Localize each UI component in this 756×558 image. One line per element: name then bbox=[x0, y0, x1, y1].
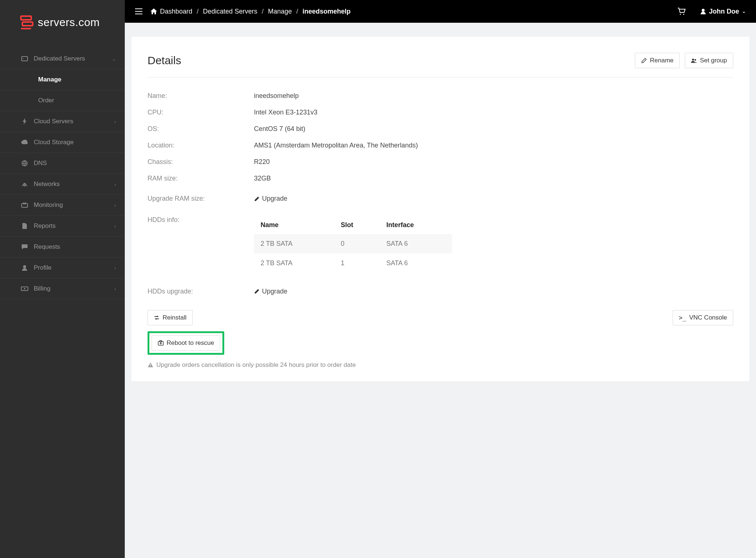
hdd-table: Name Slot Interface 2 TB SATA 0 SATA 6 2… bbox=[254, 216, 452, 273]
breadcrumb-separator: / bbox=[197, 8, 199, 15]
button-label: Rename bbox=[650, 57, 673, 64]
link-label: Upgrade bbox=[262, 288, 287, 295]
label-hdds: HDDs info: bbox=[148, 216, 254, 224]
sidebar-item-label: Reports bbox=[34, 222, 56, 230]
svg-point-15 bbox=[692, 59, 694, 61]
reboot-rescue-button[interactable]: Reboot to rescue bbox=[152, 335, 220, 351]
retweet-icon bbox=[154, 315, 160, 321]
label-ram: RAM size: bbox=[148, 175, 254, 182]
button-label: Reinstall bbox=[163, 314, 186, 321]
chevron-right-icon: › bbox=[115, 286, 116, 292]
file-icon bbox=[21, 223, 29, 229]
breadcrumb-section[interactable]: Dedicated Servers bbox=[203, 8, 257, 15]
chevron-right-icon: › bbox=[115, 119, 116, 124]
breadcrumb: Dashboard / Dedicated Servers / Manage /… bbox=[150, 8, 350, 15]
sidebar-item-label: Cloud Servers bbox=[34, 118, 73, 125]
sidebar-item-dedicated-servers[interactable]: Dedicated Servers ⌄ bbox=[0, 48, 125, 69]
sidebar-item-label: Dedicated Servers bbox=[34, 55, 85, 62]
warning-icon bbox=[148, 362, 153, 368]
table-row: 2 TB SATA 0 SATA 6 bbox=[254, 234, 452, 254]
chevron-right-icon: › bbox=[115, 182, 116, 187]
sidebar-item-label: Requests bbox=[34, 243, 60, 251]
bolt-icon bbox=[21, 118, 29, 125]
hdd-name: 2 TB SATA bbox=[254, 234, 334, 254]
sidebar-item-dns[interactable]: DNS bbox=[0, 153, 125, 174]
button-label: Reboot to rescue bbox=[167, 339, 214, 347]
user-name: John Doe bbox=[709, 8, 739, 15]
sidebar-item-label: Monitoring bbox=[34, 201, 63, 209]
value-cpu: Intel Xeon E3-1231v3 bbox=[254, 109, 317, 116]
set-group-button[interactable]: Set group bbox=[685, 53, 733, 68]
vnc-console-button[interactable]: >_ VNC Console bbox=[673, 310, 733, 325]
sidebar-item-profile[interactable]: Profile › bbox=[0, 258, 125, 278]
hdd-header-interface: Interface bbox=[380, 216, 452, 234]
terminal-icon: >_ bbox=[679, 314, 686, 321]
svg-rect-2 bbox=[21, 28, 31, 29]
edit-icon bbox=[641, 58, 647, 63]
user-menu[interactable]: John Doe ⌄ bbox=[700, 8, 746, 15]
cloud-icon bbox=[21, 140, 29, 145]
upgrade-ram-link[interactable]: Upgrade bbox=[254, 195, 287, 203]
sidebar-item-networks[interactable]: Networks › bbox=[0, 174, 125, 195]
svg-rect-18 bbox=[160, 340, 162, 342]
sidebar-item-reports[interactable]: Reports › bbox=[0, 216, 125, 237]
cart-icon[interactable] bbox=[677, 8, 686, 15]
label-os: OS: bbox=[148, 125, 254, 133]
value-name: ineedsomehelp bbox=[254, 92, 299, 100]
sidebar-item-label: Profile bbox=[34, 264, 51, 271]
sidebar-item-cloud-servers[interactable]: Cloud Servers › bbox=[0, 111, 125, 132]
hdd-interface: SATA 6 bbox=[380, 234, 452, 254]
sidebar: servers.com Dedicated Servers ⌄ Manage O… bbox=[0, 0, 125, 558]
label-location: Location: bbox=[148, 142, 254, 149]
pencil-icon bbox=[254, 196, 260, 202]
details-card: Details Rename Set group Name:ineedsomeh… bbox=[131, 37, 749, 381]
sidebar-item-requests[interactable]: Requests bbox=[0, 237, 125, 258]
sidebar-item-billing[interactable]: Billing › bbox=[0, 278, 125, 299]
label-chassis: Chassis: bbox=[148, 158, 254, 166]
globe-icon bbox=[21, 160, 29, 166]
topbar: Dashboard / Dedicated Servers / Manage /… bbox=[125, 0, 756, 23]
users-icon bbox=[691, 58, 697, 63]
chevron-right-icon: › bbox=[115, 265, 116, 271]
user-icon bbox=[700, 8, 706, 14]
label-cpu: CPU: bbox=[148, 109, 254, 116]
svg-point-13 bbox=[683, 14, 684, 15]
link-label: Upgrade bbox=[262, 195, 287, 203]
sidebar-item-label: Networks bbox=[34, 180, 60, 188]
hdd-slot: 1 bbox=[334, 254, 379, 273]
breadcrumb-sub[interactable]: Manage bbox=[268, 8, 292, 15]
sidebar-item-manage[interactable]: Manage bbox=[0, 69, 125, 90]
label-hdds-upgrade: HDDs upgrade: bbox=[148, 288, 254, 296]
signal-icon bbox=[21, 182, 29, 187]
server-icon bbox=[21, 56, 29, 61]
sidebar-item-label: Cloud Storage bbox=[34, 139, 74, 146]
svg-point-12 bbox=[680, 14, 681, 15]
svg-point-16 bbox=[695, 59, 696, 61]
breadcrumb-separator: / bbox=[262, 8, 263, 15]
sidebar-item-monitoring[interactable]: Monitoring › bbox=[0, 195, 125, 216]
rename-button[interactable]: Rename bbox=[635, 53, 680, 68]
brand-logo[interactable]: servers.com bbox=[0, 0, 125, 48]
chevron-right-icon: › bbox=[115, 203, 116, 208]
upgrade-hdd-link[interactable]: Upgrade bbox=[254, 288, 287, 295]
breadcrumb-dashboard[interactable]: Dashboard bbox=[160, 8, 192, 15]
svg-point-4 bbox=[23, 58, 23, 59]
svg-rect-3 bbox=[22, 56, 28, 61]
hamburger-icon[interactable] bbox=[135, 8, 142, 14]
svg-point-11 bbox=[24, 288, 25, 289]
reinstall-button[interactable]: Reinstall bbox=[148, 310, 193, 325]
label-upgrade-ram: Upgrade RAM size: bbox=[148, 195, 254, 204]
hdd-header-name: Name bbox=[254, 216, 334, 234]
sidebar-item-cloud-storage[interactable]: Cloud Storage bbox=[0, 132, 125, 153]
cancellation-note: Upgrade orders cancellation is only poss… bbox=[148, 361, 733, 369]
value-location: AMS1 (Amsterdam Metropolitan Area, The N… bbox=[254, 142, 418, 149]
breadcrumb-separator: / bbox=[296, 8, 298, 15]
sidebar-item-order[interactable]: Order bbox=[0, 90, 125, 111]
pencil-icon bbox=[254, 288, 260, 294]
chevron-down-icon: ⌄ bbox=[742, 9, 746, 14]
button-label: VNC Console bbox=[689, 314, 727, 321]
hdd-interface: SATA 6 bbox=[380, 254, 452, 273]
home-icon[interactable] bbox=[150, 8, 157, 14]
button-label: Set group bbox=[700, 57, 727, 64]
sidebar-item-label: Billing bbox=[34, 285, 50, 292]
